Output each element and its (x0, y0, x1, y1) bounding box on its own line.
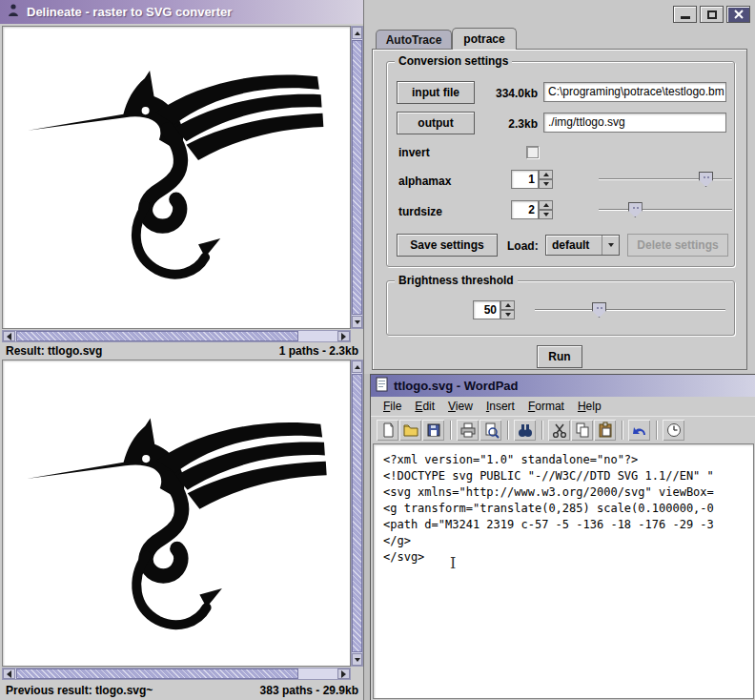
result-horizontal-scrollbar[interactable] (2, 330, 351, 342)
scroll-right-arrow[interactable] (337, 331, 350, 341)
close-icon (734, 10, 744, 19)
chevron-down-icon[interactable] (602, 236, 619, 255)
toolbar-separator (541, 421, 543, 440)
scroll-up-arrow[interactable] (352, 360, 362, 373)
print-preview-icon[interactable] (480, 420, 501, 441)
ibeam-cursor: I (450, 555, 456, 571)
output-path-field[interactable]: ./img/ttlogo.svg (543, 113, 726, 133)
code-line: <svg xmlns="http://www.w3.org/2000/svg" … (383, 484, 753, 501)
save-settings-button[interactable]: Save settings (397, 234, 498, 257)
potrace-settings-panel: Conversion settings input file 334.0kb C… (372, 49, 747, 370)
brightness-slider[interactable] (535, 300, 725, 319)
tab-autotrace[interactable]: AutoTrace (376, 30, 452, 49)
previous-image-panel[interactable] (2, 360, 351, 667)
wordpad-titlebar[interactable]: ttlogo.svg - WordPad (371, 375, 755, 397)
result-status-bar: Result: ttlogo.svg 1 paths - 2.3kb (2, 343, 362, 359)
turdsize-label: turdsize (398, 205, 442, 218)
scroll-left-arrow[interactable] (3, 669, 15, 679)
conversion-settings-group: Conversion settings input file 334.0kb C… (386, 61, 735, 267)
alphamax-value-field[interactable]: 1 (511, 170, 539, 189)
wordpad-menubar: File Edit View Insert Format Help (371, 397, 755, 416)
load-selected-value: default (546, 238, 602, 252)
load-settings-dropdown[interactable]: default (545, 235, 620, 256)
code-line: </svg> (383, 549, 753, 566)
turdsize-spinner: 2 (511, 200, 553, 219)
paste-clipboard-icon[interactable] (594, 420, 616, 441)
run-button[interactable]: Run (537, 345, 582, 368)
input-path-field[interactable]: C:\programing\potrace\testlogo.bm (543, 82, 726, 102)
previous-horizontal-scrollbar[interactable] (2, 668, 351, 680)
scrollbar-thumb[interactable] (16, 669, 298, 679)
scrollbar-thumb[interactable] (16, 331, 298, 341)
scroll-right-arrow[interactable] (337, 669, 350, 679)
delineate-app-icon (6, 3, 21, 22)
spinner-up-arrow[interactable] (500, 300, 515, 310)
tab-potrace[interactable]: potrace (452, 28, 517, 50)
new-document-icon[interactable] (377, 420, 398, 441)
delineate-title: Delineate - raster to SVG converter (27, 5, 232, 19)
scroll-left-arrow[interactable] (3, 331, 15, 341)
spinner-up-arrow[interactable] (539, 170, 553, 179)
previous-vertical-scrollbar[interactable] (351, 360, 363, 667)
previous-paths-info: 383 paths - 29.9kb (260, 683, 358, 698)
brightness-threshold-title: Brightness threshold (395, 274, 518, 287)
conversion-settings-title: Conversion settings (395, 54, 512, 68)
previous-bird-image (5, 395, 346, 654)
input-file-button[interactable]: input file (397, 81, 475, 104)
menu-edit[interactable]: Edit (408, 400, 441, 413)
alphamax-slider-thumb[interactable] (699, 172, 713, 187)
scrollbar-thumb[interactable] (352, 40, 362, 315)
output-file-button[interactable]: output (397, 112, 475, 134)
scrollbar-thumb[interactable] (352, 374, 362, 652)
result-status-text: Result: ttlogo.svg (6, 343, 102, 359)
turdsize-value-field[interactable]: 2 (511, 200, 539, 219)
spinner-down-arrow[interactable] (500, 310, 515, 319)
menu-help[interactable]: Help (571, 400, 608, 413)
result-paths-info: 1 paths - 2.3kb (279, 343, 358, 359)
result-vertical-scrollbar[interactable] (351, 26, 363, 329)
wordpad-toolbar (371, 416, 755, 443)
spinner-up-arrow[interactable] (539, 200, 553, 210)
menu-insert[interactable]: Insert (480, 400, 521, 413)
scroll-down-arrow[interactable] (352, 316, 362, 328)
turdsize-slider-thumb[interactable] (628, 202, 643, 217)
minimize-button[interactable] (673, 6, 697, 23)
date-time-icon[interactable] (663, 420, 684, 441)
scroll-down-arrow[interactable] (352, 653, 362, 666)
delineate-window: Delineate - raster to SVG converter Resu… (0, 0, 364, 700)
toolbar-separator (656, 421, 658, 440)
maximize-button[interactable] (700, 6, 724, 23)
code-line: <?xml version="1.0" standalone="no"?> (383, 452, 753, 468)
menu-format[interactable]: Format (521, 400, 571, 413)
delete-settings-button[interactable]: Delete settings (627, 234, 728, 257)
undo-icon[interactable] (628, 420, 650, 441)
print-icon[interactable] (457, 420, 479, 441)
traced-bird-image (7, 48, 342, 303)
scroll-up-arrow[interactable] (352, 27, 362, 39)
copy-icon[interactable] (571, 420, 593, 441)
close-button[interactable] (726, 6, 750, 23)
invert-checkbox[interactable] (526, 146, 539, 158)
alphamax-spinner: 1 (511, 170, 553, 189)
delineate-titlebar[interactable]: Delineate - raster to SVG converter (0, 0, 363, 24)
menu-file[interactable]: File (377, 400, 408, 413)
code-line: <path d="M3241 2319 c-57 -5 -136 -18 -17… (383, 517, 753, 533)
menu-view[interactable]: View (441, 400, 480, 413)
open-folder-icon[interactable] (399, 420, 421, 441)
wordpad-window: ttlogo.svg - WordPad File Edit View Inse… (370, 374, 755, 700)
output-size-label: 2.3kb (480, 117, 538, 131)
previous-status-text: Previous result: tlogo.svg~ (6, 683, 153, 698)
spinner-down-arrow[interactable] (539, 210, 553, 219)
toolbar-separator (507, 421, 509, 440)
cut-scissors-icon[interactable] (548, 420, 570, 441)
spinner-down-arrow[interactable] (539, 179, 553, 189)
brightness-value-field[interactable]: 50 (473, 300, 500, 319)
save-floppy-icon[interactable] (422, 420, 444, 441)
code-line: <!DOCTYPE svg PUBLIC "-//W3C//DTD SVG 1.… (383, 468, 753, 484)
turdsize-slider[interactable] (599, 200, 732, 219)
alphamax-slider[interactable] (599, 170, 732, 189)
svg-source-editor[interactable]: <?xml version="1.0" standalone="no"?> <!… (373, 443, 754, 699)
result-image-panel[interactable] (2, 26, 351, 329)
find-binoculars-icon[interactable] (514, 420, 536, 441)
brightness-slider-thumb[interactable] (592, 302, 606, 318)
